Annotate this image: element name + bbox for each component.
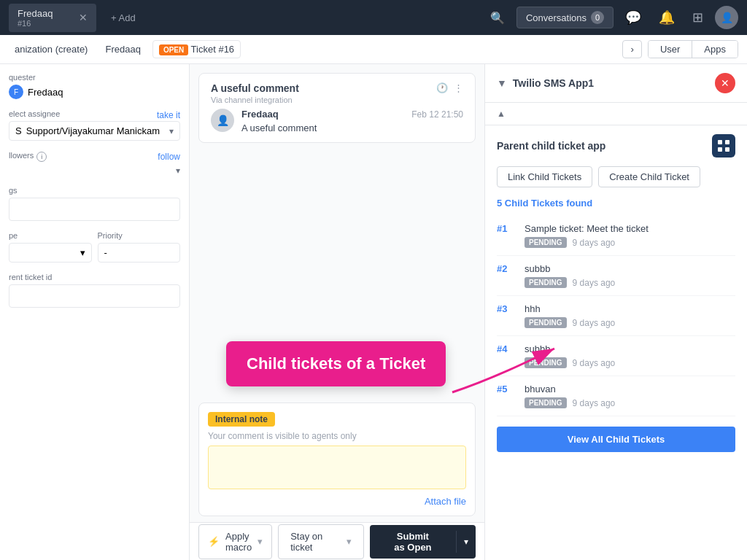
ticket-meta: PENDING 9 days ago	[525, 397, 735, 408]
conversations-button[interactable]: Conversations 0	[516, 7, 614, 28]
submit-main[interactable]: Submit as Open	[370, 525, 456, 559]
nav-tab-fredaaq[interactable]: Fredaaq #16 ✕	[9, 4, 96, 32]
apps-icon[interactable]: ⊞	[686, 7, 709, 28]
pending-badge: PENDING	[525, 397, 567, 408]
callout-banner: Child tickets of a Ticket	[226, 341, 446, 386]
ticket-info: Sample ticket: Meet the ticket PENDING 9…	[525, 223, 735, 248]
priority-select[interactable]: -	[98, 243, 181, 262]
ticket-meta: PENDING 9 days ago	[525, 237, 735, 248]
followers-label: llowers	[9, 151, 34, 160]
comment-card: A useful comment Via channel integration…	[198, 73, 476, 143]
priority-col: Priority -	[98, 231, 181, 262]
comment-body: 👤 Fredaaq Feb 12 21:50 A useful comment	[211, 109, 463, 133]
ticket-list: #1 Sample ticket: Meet the ticket PENDIN…	[497, 216, 735, 416]
requester-value: F Fredaaq	[9, 85, 180, 99]
ticket-name: hhh	[525, 303, 735, 314]
chat-icon[interactable]: 💬	[619, 7, 647, 28]
ticket-num[interactable]: #5	[497, 384, 517, 394]
submit-button[interactable]: Submit as Open ▾	[370, 525, 476, 559]
conversations-badge: 0	[591, 11, 604, 24]
more-icon[interactable]: ⋮	[454, 82, 463, 93]
assignee-label: elect assignee	[9, 109, 60, 118]
breadcrumb-org[interactable]: anization (create)	[9, 41, 93, 58]
attach-row: Attach file	[208, 496, 466, 507]
comment-text: A useful comment	[241, 122, 463, 133]
chevron-up-icon[interactable]: ▲	[497, 109, 506, 119]
assignee-chevron-icon: ▾	[169, 126, 174, 136]
comment-subtitle: Via channel integration	[211, 96, 299, 104]
comment-title: A useful comment	[211, 82, 299, 94]
conversations-label: Conversations	[526, 12, 587, 23]
bell-icon[interactable]: 🔔	[653, 7, 681, 28]
parent-ticket-input[interactable]	[9, 284, 180, 308]
breadcrumb-nav-arrow[interactable]: ›	[622, 40, 641, 58]
history-icon[interactable]: 🕐	[436, 82, 448, 93]
comment-header: A useful comment Via channel integration…	[211, 82, 463, 104]
ticket-meta: PENDING 9 days ago	[525, 357, 735, 368]
collapsible-row[interactable]: ▲	[485, 103, 747, 125]
ticket-item: #5 bhuvan PENDING 9 days ago	[497, 376, 735, 416]
tags-field: gs	[9, 186, 180, 221]
svg-rect-2	[725, 140, 729, 144]
followers-chevron-icon[interactable]: ▾	[176, 166, 180, 176]
twilio-title-row: ▼ Twilio SMS App1	[497, 77, 715, 89]
reply-box: Internal note Your comment is visible to…	[198, 402, 476, 516]
user-tab[interactable]: User	[649, 41, 692, 58]
ticket-num[interactable]: #1	[497, 223, 517, 234]
attach-file-link[interactable]: Attach file	[425, 496, 466, 507]
apply-macro-button[interactable]: ⚡ Apply macro ▾	[198, 524, 272, 559]
reply-textarea[interactable]	[208, 446, 466, 489]
top-nav: Fredaaq #16 ✕ + Add 🔍 Conversations 0 💬 …	[0, 0, 747, 35]
view-all-child-tickets-button[interactable]: View All Child Tickets	[497, 427, 735, 452]
followers-info-icon: i	[36, 152, 47, 162]
avatar[interactable]: 👤	[715, 6, 738, 29]
macro-label: Apply macro	[225, 531, 252, 553]
breadcrumb-ticket[interactable]: OPEN Ticket #16	[152, 40, 241, 58]
breadcrumb-fredaaq[interactable]: Fredaaq	[99, 41, 146, 58]
ticket-name: Sample ticket: Meet the ticket	[525, 223, 735, 234]
assignee-select[interactable]: S Support/Vijayakumar Manickam ▾	[9, 121, 180, 141]
child-tickets-found: 5 Child Tickets found	[497, 198, 735, 209]
follow-button[interactable]: follow	[158, 152, 180, 162]
ticket-info: hhh PENDING 9 days ago	[525, 303, 735, 328]
ticket-info: subbb PENDING 9 days ago	[525, 343, 735, 368]
twilio-app-icon: ✕	[715, 73, 735, 93]
create-child-ticket-button[interactable]: Create Child Ticket	[598, 166, 700, 187]
ticket-name: subbb	[525, 343, 735, 354]
add-button[interactable]: + Add	[102, 8, 144, 28]
ticket-item: #3 hhh PENDING 9 days ago	[497, 296, 735, 336]
search-button[interactable]: 🔍	[484, 8, 511, 28]
ticket-meta: PENDING 9 days ago	[525, 317, 735, 328]
take-it-link[interactable]: take it	[157, 110, 180, 120]
ticket-status-badge: OPEN	[159, 44, 188, 55]
commenter-avatar: 👤	[211, 109, 234, 132]
ticket-num[interactable]: #3	[497, 303, 517, 314]
tags-input[interactable]	[9, 198, 180, 221]
ticket-num[interactable]: #4	[497, 343, 517, 354]
twilio-header: ▼ Twilio SMS App1 ✕	[485, 64, 747, 103]
callout-text: Child tickets of a Ticket	[247, 354, 425, 373]
stay-chevron-icon: ▾	[347, 536, 352, 547]
followers-row: llowers i follow	[9, 151, 180, 163]
svg-rect-3	[718, 147, 722, 152]
pending-badge: PENDING	[525, 277, 567, 288]
pca-header: Parent child ticket app	[497, 134, 735, 158]
ticket-age: 9 days ago	[573, 358, 616, 368]
apps-tab[interactable]: Apps	[692, 41, 738, 58]
ticket-info: bhuvan PENDING 9 days ago	[525, 384, 735, 408]
collapse-icon[interactable]: ▼	[497, 77, 507, 89]
comment-actions: 🕐 ⋮	[436, 82, 463, 93]
ticket-num[interactable]: #2	[497, 263, 517, 274]
close-tab-icon[interactable]: ✕	[79, 12, 88, 23]
requester-label: quester	[9, 73, 180, 82]
ticket-name: subbb	[525, 263, 735, 274]
submit-chevron-icon[interactable]: ▾	[456, 531, 476, 553]
followers-field: llowers i follow ▾	[9, 151, 180, 176]
type-select[interactable]: ▾	[9, 243, 92, 262]
stay-on-ticket-button[interactable]: Stay on ticket ▾	[278, 524, 364, 559]
ticket-item: #4 subbb PENDING 9 days ago	[497, 336, 735, 376]
ticket-age: 9 days ago	[573, 318, 616, 328]
link-child-tickets-button[interactable]: Link Child Tickets	[497, 166, 592, 187]
requester-field: quester F Fredaaq	[9, 73, 180, 99]
tab-subtitle: #16	[18, 19, 53, 28]
